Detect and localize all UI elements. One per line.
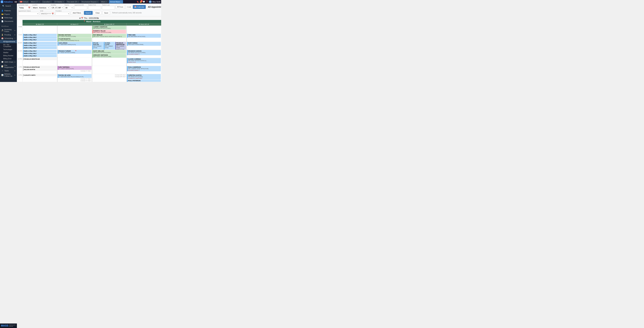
mr3t-slot-9am: ROY BENLIEV MRI SOFT TISSUE NECK W/WITHO… xyxy=(92,34,126,42)
sidebar-item-ns-not-completed[interactable]: NS / Not Completed xyxy=(0,43,17,48)
list-item[interactable]: Walk-In XRay ONLY xyxy=(23,47,57,49)
appt-status-select[interactable] xyxy=(18,12,39,16)
list-item[interactable]: Walk-In XRay ONLY xyxy=(23,55,57,57)
list-item[interactable]: Walk-In XRay ONLY xyxy=(23,39,57,41)
providers-select[interactable] xyxy=(56,12,70,16)
list-item[interactable]: FRANCIS TURNER CT HEAD WITHOUT(70450) xyxy=(58,50,92,54)
list-item[interactable]: AUDREY ANDERSON MRI BRAIN WITHOUT(70551) xyxy=(92,26,126,30)
sidebar-item-tasks[interactable]: ✓ Tasks ▶ xyxy=(0,69,17,73)
sidebar-item-incoming-faxes[interactable]: 📠 Incoming Faxes ▶ xyxy=(0,28,17,33)
tab-cancelled-close[interactable]: ✕ xyxy=(50,1,52,3)
mr3t-slot-2pm: Contrast MR ONLY Contrast MR ONLY xyxy=(92,74,126,82)
patient-last-input[interactable] xyxy=(102,6,115,10)
mr3t-room-label: Miami MR 3T xyxy=(106,24,114,25)
list-item[interactable]: PAULA ANDERSON MRI LUMBAR SPINE WITH(721… xyxy=(127,66,161,71)
view-list-btn[interactable]: ≡ List xyxy=(125,5,132,9)
list-item[interactable]: BRANDON SAMSON MRI BRAIN WITHOUT(70551) … xyxy=(127,50,161,55)
user-avatar[interactable]: MS xyxy=(149,0,152,3)
list-item[interactable]: MARY WIELAND MRI BRAIN WITHOUT(70551) xyxy=(92,50,126,54)
sidebar-item-pending[interactable]: ⏳ Pending ▶ xyxy=(0,33,17,37)
sidebar-item-waitlist[interactable]: Waitlist xyxy=(0,51,17,54)
bookmark-btn[interactable]: 🔖 xyxy=(136,1,139,3)
cal-next-btn[interactable]: ▶ xyxy=(98,17,99,19)
rooms-select[interactable]: All xyxy=(64,6,73,10)
list-item[interactable]: Walk-In XRay ONLY xyxy=(23,36,57,39)
tab-cr-waitlist[interactable]: CR Waitlist ✕ xyxy=(53,0,65,4)
list-item[interactable]: Walk-In XRay ONLY xyxy=(23,44,57,47)
list-item[interactable]: ALVARO CARRENO MRI KNEE WITHOUT(73721-1)… xyxy=(127,58,161,63)
list-item[interactable]: Walk-In XRay ONLY xyxy=(23,42,57,44)
tab-counter[interactable]: 38 Default xyxy=(18,0,30,4)
tab-reschedule-close[interactable]: ✕ xyxy=(97,1,98,3)
list-item[interactable]: DYLAN KOLLES MRI LUMBAR SPINE xyxy=(92,42,104,50)
sidebar-item-billing-review[interactable]: Billing Review xyxy=(0,54,17,57)
view-pane-btn[interactable]: ⊞ Pane xyxy=(116,5,125,9)
sidebar-patients-section: 👤 Patients 💳 Payers 📋 Referrings 📄 Docum… xyxy=(0,9,17,23)
list-item[interactable]: Walk-In XRay ONLY xyxy=(23,52,57,55)
save-btn[interactable]: Save xyxy=(102,11,110,15)
calendar-wrapper[interactable]: ◀ 📅 Thu - 12/21/2023 ▶ 📍 Miami - Aventur… xyxy=(17,16,161,82)
help-btn[interactable]: ❓ xyxy=(146,1,148,3)
sidebar-item-billing-error[interactable]: Billing Error xyxy=(0,57,17,60)
list-item[interactable]: ROBERTA TELLEZ MRI CHEST WITHOUT(71550) xyxy=(92,30,126,34)
location-select[interactable]: Miami - Aventura xyxy=(32,6,50,10)
list-item[interactable]: Walk-In XRay ONLY xyxy=(23,34,57,36)
tab-miami-ct[interactable]: Miami CT ✕ xyxy=(30,0,41,4)
list-item[interactable]: MARY PARISH MRA HEAD W/WO(70546) xyxy=(127,42,161,46)
tab-arrived-miami[interactable]: Arrived Miami ✕ xyxy=(109,0,123,4)
sidebar-search-item[interactable]: 🔍 Search xyxy=(1,4,16,8)
list-item[interactable]: FRED SIMS MRI ABDOMEN WITH(74182) xyxy=(127,34,161,38)
search-btn[interactable]: Search xyxy=(84,11,93,15)
sidebar-item-payers[interactable]: 💳 Payers xyxy=(0,13,17,16)
appointment-id-input[interactable] xyxy=(74,6,87,10)
scheduling-icon: 📅 xyxy=(1,37,4,40)
list-item[interactable]: CHRISTINA SANTOS MRI BRAIN WITH(70552) H… xyxy=(127,74,161,79)
tab-arrived-miami-close[interactable]: ✕ xyxy=(120,1,122,3)
sidebar-item-sms-chats[interactable]: 💬 SMS Chats ▶ xyxy=(0,60,17,64)
patient-first-input[interactable] xyxy=(88,6,101,10)
list-item[interactable]: IURII TSEPENDA CT CHEST W/WO(71270) xyxy=(58,66,92,70)
tab-this-week-cr-close[interactable]: ✕ xyxy=(77,1,79,3)
calendar-view-icon: 📅 xyxy=(134,6,136,8)
cal-prev-btn[interactable]: ◀ xyxy=(79,17,80,19)
list-item[interactable]: GREGORY SMITHSON MRI CHEST WITHOUT(71550… xyxy=(92,54,126,58)
list-item[interactable]: SAM LIPMAN CT ABDOMEN W/WO(74170) xyxy=(58,42,92,46)
tab-miami-close[interactable]: ✕ xyxy=(106,1,107,3)
tab-miami[interactable]: Miami ✕ xyxy=(100,0,108,4)
pre-reg-arrow-icon: ▶ xyxy=(15,66,16,67)
list-item[interactable]: Walk-In XRay ONLY xyxy=(23,50,57,52)
sidebar-item-birads[interactable]: 📊 BIRADs Follow-Up ▶ xyxy=(0,73,17,78)
chat-btn[interactable]: 💬 xyxy=(143,1,145,3)
list-item[interactable]: WILSON MARTIN xyxy=(23,69,57,71)
sidebar-item-technologist[interactable]: Technologist xyxy=(0,48,17,51)
tab-cr-waitlist-close[interactable]: ✕ xyxy=(63,1,64,3)
sidebar-item-patients[interactable]: 👤 Patients xyxy=(0,9,17,13)
sidebar-item-scheduling[interactable]: 📅 Scheduling ▼ xyxy=(0,37,17,40)
list-item[interactable]: RAFAEL DE LEON CT ABDOMEN AND PELVIS W/W… xyxy=(58,74,92,78)
modality-select[interactable]: CR, CT, MR xyxy=(51,6,64,10)
tab-cancelled[interactable]: Cancelled ✕ xyxy=(41,0,53,4)
tab-reschedule[interactable]: Reschedule Request ✕ xyxy=(80,0,100,4)
tab-this-week-cr[interactable]: This week CR ✕ xyxy=(66,0,80,4)
nav-back-btn[interactable]: ◀ xyxy=(14,1,16,3)
scheduling-arrow-icon: ▼ xyxy=(14,38,16,39)
sidebar-item-all-appointments[interactable]: All Appointments xyxy=(0,40,17,43)
list-item[interactable]: PAULA PETERSON MRI HIP WITHOUT(73722) KE… xyxy=(127,80,161,82)
list-item[interactable]: TYLER RICKETTS CT ANKLE ARTHOGRAM(77012-… xyxy=(58,38,92,42)
faxes-arrow-icon: ▶ xyxy=(14,30,16,31)
sidebar-item-documents[interactable]: 📄 Documents xyxy=(0,20,17,23)
tab-miami-ct-close[interactable]: ✕ xyxy=(38,1,40,3)
list-item[interactable]: FRANKLIN WEINTRAUB xyxy=(23,66,57,68)
list-item[interactable]: FRANKLIN WEINTRAUB xyxy=(23,58,57,60)
list-item[interactable]: FRANKLIN WEINTRAUB MRI LUMBAR SPINE W/WO… xyxy=(115,42,126,50)
sidebar-item-pre-registration[interactable]: 📝 Pre-Registration ▶ xyxy=(0,64,17,69)
view-calendar-btn[interactable]: 📅 Calendar xyxy=(133,5,146,9)
list-item[interactable]: AUGUSTO SMITH xyxy=(23,74,57,76)
list-item[interactable]: ALYSSA LLOYD MRI LUMBAR SPINE xyxy=(104,42,115,50)
nav-forward-btn[interactable]: ▶ xyxy=(16,1,17,3)
sidebar-item-referrings[interactable]: 📋 Referrings xyxy=(0,16,17,20)
add-filters-btn[interactable]: Add Filters xyxy=(71,11,83,15)
clear-btn[interactable]: Clear xyxy=(94,11,101,15)
list-item[interactable]: DEANNA WATSON CT CHEST WITHOUT(71250) xyxy=(58,34,92,38)
list-item[interactable]: ROY BENLIEV MRI SOFT TISSUE NECK W/WITHO… xyxy=(92,34,126,38)
